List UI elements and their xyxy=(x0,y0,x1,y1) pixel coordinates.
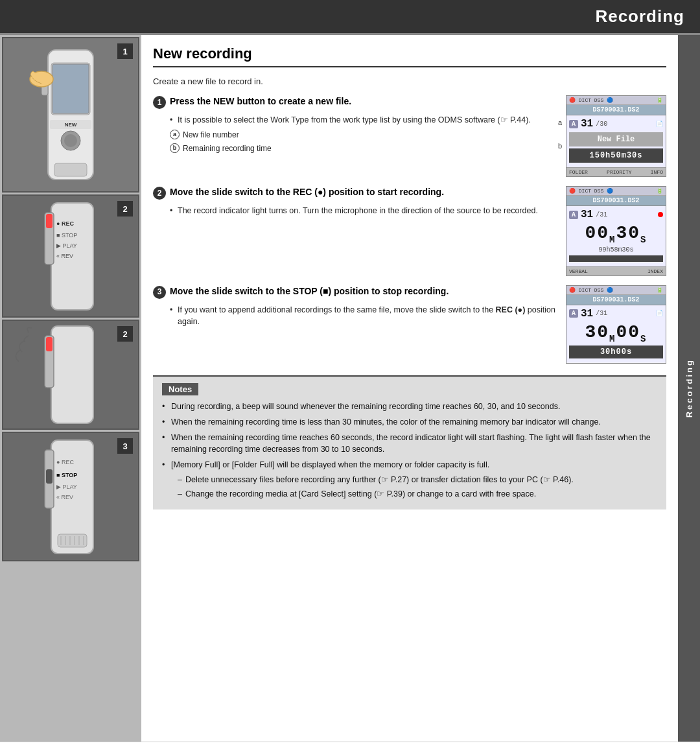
section-title: New recording xyxy=(153,45,666,67)
device-images-column: 1 NEW xyxy=(0,35,141,742)
svg-rect-19 xyxy=(46,337,52,351)
svg-rect-12 xyxy=(46,214,52,228)
step-2-container: 2 Move the slide switch to the REC (●) p… xyxy=(153,186,666,276)
step-3-body: •If you want to append additional record… xyxy=(153,304,558,329)
step-3-heading: 3 Move the slide switch to the STOP (■) … xyxy=(153,285,558,299)
label-b: b Remaining recording time xyxy=(170,143,550,154)
svg-text:● REC: ● REC xyxy=(56,220,74,227)
step-2-heading: 2 Move the slide switch to the REC (●) p… xyxy=(153,186,558,200)
svg-rect-2 xyxy=(52,64,89,113)
page-header: Recording xyxy=(0,0,700,33)
step-1-screen-area: a b 🔴 DICT DSS 🔵 🔋 DS700031.DS2 A xyxy=(558,95,666,177)
svg-text:● REC: ● REC xyxy=(56,459,74,465)
screen-2: 🔴 DICT DSS 🔵 🔋 DS700031.DS2 A 31 /31 00M… xyxy=(566,186,666,276)
step-1-text: 1 Press the NEW button to create a new f… xyxy=(153,95,550,154)
svg-rect-6 xyxy=(54,163,87,176)
a-label: a xyxy=(558,119,562,126)
device-svg-2: ● REC ■ STOP ▶ PLAY « REV xyxy=(12,200,129,313)
screen-3: 🔴 DICT DSS 🔵 🔋 DS700031.DS2 A 31 /31 📄 3… xyxy=(566,285,666,364)
notes-sub-list: –Delete unnecessary files before recordi… xyxy=(171,474,657,500)
label-a: a New file number xyxy=(170,129,550,141)
step-1-body: •It is possible to select the Work Type … xyxy=(153,114,550,154)
notes-section: Notes •During recording, a beep will sou… xyxy=(153,375,666,510)
page-title: Recording xyxy=(0,6,684,27)
svg-text:■ STOP: ■ STOP xyxy=(56,232,77,239)
svg-text:■ STOP: ■ STOP xyxy=(56,472,77,478)
note-1: •During recording, a beep will sound whe… xyxy=(162,401,657,413)
svg-text:« REV: « REV xyxy=(56,253,73,259)
sidebar-recording-label: Recording xyxy=(684,358,694,417)
svg-text:NEW: NEW xyxy=(65,122,77,128)
device-svg-3 xyxy=(12,323,129,427)
step-2-text: 2 Move the slide switch to the REC (●) p… xyxy=(153,186,558,220)
device-svg-1: NEW xyxy=(12,43,129,186)
svg-text:▶ PLAY: ▶ PLAY xyxy=(56,242,77,249)
sub-note-1: –Delete unnecessary files before recordi… xyxy=(178,474,657,486)
circle-b: b xyxy=(170,143,180,153)
svg-rect-27 xyxy=(58,534,87,547)
sub-note-2: –Change the recording media at [Card Sel… xyxy=(178,488,657,500)
note-4: •[Memory Full] or [Folder Full] will be … xyxy=(162,459,657,500)
step-badge-1: 1 xyxy=(117,43,133,59)
right-sidebar: Recording xyxy=(678,35,700,742)
svg-rect-22 xyxy=(46,469,52,484)
device-image-1: 1 NEW xyxy=(2,37,139,193)
step-2-badge: 2 xyxy=(153,187,166,200)
device-image-3: 2 xyxy=(2,320,139,430)
page-body: 1 NEW xyxy=(0,35,700,742)
notes-list: •During recording, a beep will sound whe… xyxy=(162,401,657,500)
step-badge-3: 3 xyxy=(117,438,133,454)
circle-a: a xyxy=(170,130,180,139)
step-3-badge: 3 xyxy=(153,286,166,299)
step-badge-2b: 2 xyxy=(117,326,133,342)
note-3: •When the remaining recording time reach… xyxy=(162,432,657,456)
step-badge-2a: 2 xyxy=(117,201,133,217)
svg-rect-17 xyxy=(51,326,93,423)
screen-1: 🔴 DICT DSS 🔵 🔋 DS700031.DS2 A 31 /30 📄 xyxy=(566,95,666,177)
svg-text:« REV: « REV xyxy=(56,494,73,500)
b-label: b xyxy=(558,142,562,150)
step-3-text: 3 Move the slide switch to the STOP (■) … xyxy=(153,285,558,331)
step-1-badge: 1 xyxy=(153,96,166,109)
svg-text:▶ PLAY: ▶ PLAY xyxy=(56,484,77,490)
note-2: •When the remaining recording time is le… xyxy=(162,416,657,428)
step-2-body: •The record indicator light turns on. Tu… xyxy=(153,205,558,217)
step-1-container: 1 Press the NEW button to create a new f… xyxy=(153,95,666,177)
svg-point-5 xyxy=(64,134,77,147)
step-3-container: 3 Move the slide switch to the STOP (■) … xyxy=(153,285,666,364)
main-content: New recording Create a new file to recor… xyxy=(141,35,678,742)
device-image-4: 3 ● REC ■ STOP ▶ PLAY « REV xyxy=(2,432,139,561)
device-image-2: 2 ● REC ■ STOP ▶ PLAY « REV xyxy=(2,194,139,318)
device-svg-4: ● REC ■ STOP ▶ PLAY « REV xyxy=(12,437,129,557)
step-1-ab-labels: a b xyxy=(558,95,563,150)
step-1-heading: 1 Press the NEW button to create a new f… xyxy=(153,95,550,109)
notes-title: Notes xyxy=(162,383,198,395)
intro-text: Create a new file to record in. xyxy=(153,76,666,86)
bottom-bar: EN 21 xyxy=(0,742,700,750)
